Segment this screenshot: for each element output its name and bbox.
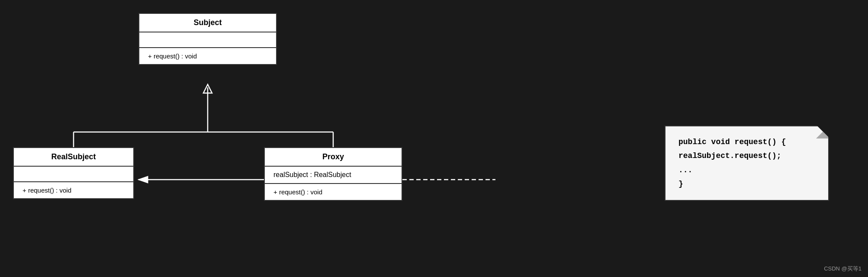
code-line-1: public void request() {	[678, 135, 815, 149]
real-subject-method: + request() : void	[14, 182, 133, 198]
note-fold-icon	[816, 126, 828, 138]
proxy-attributes-section: realSubject : RealSubject	[265, 167, 402, 184]
proxy-attribute: realSubject : RealSubject	[273, 171, 351, 178]
subject-class-name: Subject	[139, 14, 276, 32]
proxy-class-name: Proxy	[265, 148, 402, 167]
proxy-method: + request() : void	[265, 184, 402, 200]
code-line-2: realSubject.request();	[678, 149, 815, 163]
code-note: public void request() { realSubject.requ…	[665, 126, 829, 201]
subject-method: + request() : void	[139, 48, 276, 64]
subject-class: Subject + request() : void	[138, 13, 277, 65]
real-subject-attributes-section	[14, 167, 133, 182]
svg-marker-4	[203, 84, 212, 93]
code-line-3: ...	[678, 163, 815, 177]
diagram-container: Subject + request() : void RealSubject +…	[0, 0, 868, 277]
proxy-class: Proxy realSubject : RealSubject + reques…	[264, 147, 402, 201]
code-line-4: }	[678, 177, 815, 191]
real-subject-class: RealSubject + request() : void	[13, 147, 134, 199]
watermark: CSDN @买等1	[824, 265, 862, 273]
real-subject-class-name: RealSubject	[14, 148, 133, 167]
subject-attributes-section	[139, 32, 276, 48]
